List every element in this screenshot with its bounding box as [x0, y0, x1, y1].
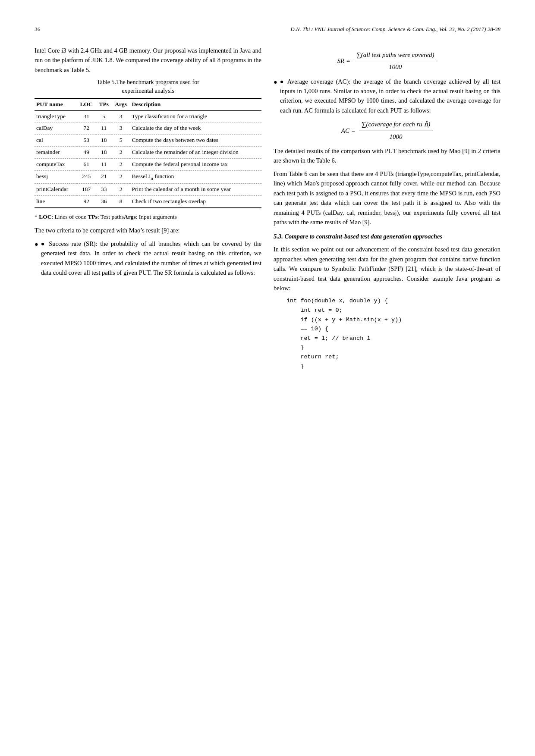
table-cell: printCalendar [35, 184, 77, 196]
sr-bullet-text: ● Success rate (SR): the probability of … [41, 239, 261, 278]
table-cell: 11 [96, 122, 111, 135]
table-cell: 21 [96, 171, 111, 184]
col-header-tps: TPs [96, 98, 111, 110]
ac-formula-block: AC = ∑(coverage for each ru n̊) 1000 [274, 119, 500, 142]
ac-denominator: 1000 [387, 131, 405, 142]
sr-numerator: ∑(all test paths were covered) [354, 50, 437, 61]
intro-paragraph: Intel Core i3 with 2.4 GHz and 4 GB memo… [35, 46, 261, 75]
table-cell: 36 [96, 196, 111, 208]
table-cell: 2 [112, 159, 130, 171]
table-cell: computeTax [35, 159, 77, 171]
table-cell: 245 [77, 171, 96, 184]
sr-label: SR = [337, 56, 351, 66]
table-cell: remainder [35, 147, 77, 159]
table-cell: cal [35, 135, 77, 147]
table-row: calDay72113Calculate the day of the week [35, 122, 261, 135]
ac-numerator: ∑(coverage for each ru n̊) [359, 119, 433, 131]
code-block: int foo(double x, double y) { int ret = … [286, 296, 500, 371]
table-cell: 5 [112, 135, 130, 147]
sr-fraction: ∑(all test paths were covered) 1000 [354, 50, 437, 72]
table-row: printCalendar187332Print the calendar of… [35, 184, 261, 196]
col-header-put: PUT name [35, 98, 77, 110]
table-cell: 3 [112, 122, 130, 135]
results-paragraph: The detailed results of the comparison w… [274, 146, 500, 166]
table-cell: Bessel Jn function [130, 171, 261, 184]
table-row: bessj245212Bessel Jn function [35, 171, 261, 184]
table-row: remainder49182Calculate the remainder of… [35, 147, 261, 159]
criteria-intro: The two criteria to be compared with Mao… [35, 226, 261, 235]
table-footnote: * LOC: Lines of code TPs: Test pathsArgs… [35, 213, 261, 221]
from-table-paragraph: From Table 6 can be seen that there are … [274, 169, 500, 227]
table-row: line92368Check if two rectangles overlap [35, 196, 261, 208]
col-header-args: Args [112, 98, 130, 110]
table-cell: 2 [112, 147, 130, 159]
ac-fraction: ∑(coverage for each ru n̊) 1000 [359, 119, 433, 142]
page-number: 36 [35, 26, 41, 33]
sr-denominator: 1000 [386, 61, 404, 72]
table-caption: Table 5.The benchmark programs used for … [35, 78, 261, 95]
col-header-loc: LOC [77, 98, 96, 110]
table-row: cal53185Compute the days between two dat… [35, 135, 261, 147]
table-cell: calDay [35, 122, 77, 135]
sr-formula: SR = ∑(all test paths were covered) 1000 [337, 50, 437, 72]
sr-bullet: ● ● Success rate (SR): the probability o… [35, 239, 261, 278]
left-column: Intel Core i3 with 2.4 GHz and 4 GB memo… [35, 46, 261, 371]
table-cell: 61 [77, 159, 96, 171]
table-row: computeTax61112Compute the federal perso… [35, 159, 261, 171]
table-cell: 31 [77, 110, 96, 122]
table-cell: 18 [96, 135, 111, 147]
col-header-desc: Description [130, 98, 261, 110]
bullet-dot-ac: ● [274, 77, 277, 116]
journal-title: D.N. Thi / VNU Journal of Science: Comp.… [290, 26, 500, 33]
ac-formula: AC = ∑(coverage for each ru n̊) 1000 [341, 119, 433, 142]
section-heading: 5.3. Compare to constraint-based test da… [274, 232, 500, 241]
ac-label: AC = [341, 126, 356, 136]
table-cell: 33 [96, 184, 111, 196]
table-row: triangleType3153Type classification for … [35, 110, 261, 122]
table-cell: 18 [96, 147, 111, 159]
table-cell: line [35, 196, 77, 208]
table-cell: 53 [77, 135, 96, 147]
table-cell: Print the calendar of a month in some ye… [130, 184, 261, 196]
table-cell: Calculate the remainder of an integer di… [130, 147, 261, 159]
table-cell: 92 [77, 196, 96, 208]
table-cell: 72 [77, 122, 96, 135]
table-cell: Check if two rectangles overlap [130, 196, 261, 208]
table-cell: 2 [112, 184, 130, 196]
right-column: SR = ∑(all test paths were covered) 1000… [274, 46, 500, 371]
table-cell: Compute the days between two dates [130, 135, 261, 147]
table-cell: 3 [112, 110, 130, 122]
table-cell: 49 [77, 147, 96, 159]
bullet-dot-sr: ● [35, 239, 38, 278]
table-cell: bessj [35, 171, 77, 184]
table-cell: triangleType [35, 110, 77, 122]
ac-bullet-text: ● Average coverage (AC): the average of … [280, 77, 500, 116]
table-cell: 11 [96, 159, 111, 171]
table-cell: 2 [112, 171, 130, 184]
table-cell: 8 [112, 196, 130, 208]
table-cell: 187 [77, 184, 96, 196]
ac-bullet: ● ● Average coverage (AC): the average o… [274, 77, 500, 116]
section-paragraph: In this section we point out our advance… [274, 245, 500, 293]
table-cell: Type classification for a triangle [130, 110, 261, 122]
table-cell: Calculate the day of the week [130, 122, 261, 135]
table-cell: 5 [96, 110, 111, 122]
benchmark-table: PUT name LOC TPs Args Description triang… [35, 98, 261, 209]
table-cell: Compute the federal personal income tax [130, 159, 261, 171]
sr-formula-block: SR = ∑(all test paths were covered) 1000 [274, 50, 500, 72]
